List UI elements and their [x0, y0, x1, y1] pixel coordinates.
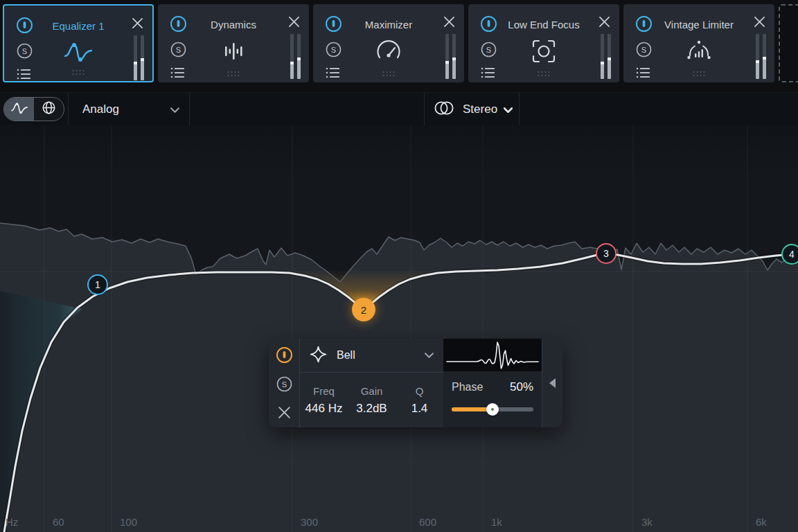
- eq-curve-icon: [10, 100, 28, 119]
- band-edit-panel: S Bell Freq 446 Hz Gain 3.2dB: [269, 339, 562, 427]
- band-solo-button[interactable]: S: [276, 375, 293, 393]
- band-power-button[interactable]: [275, 346, 294, 364]
- axis-tick-label: 6k: [756, 516, 767, 528]
- module-meters: [756, 34, 766, 79]
- power-button[interactable]: [479, 15, 498, 33]
- svg-text:S: S: [176, 46, 181, 54]
- svg-text:S: S: [486, 46, 491, 54]
- drag-handle-dots[interactable]: [228, 71, 240, 76]
- svg-text:S: S: [282, 380, 287, 389]
- view-toggle-pill: [3, 97, 64, 121]
- close-icon[interactable]: [443, 16, 455, 28]
- phase-slider[interactable]: [452, 403, 533, 416]
- preset-value: Analog: [82, 103, 119, 116]
- axis-tick-label: 600: [419, 516, 436, 528]
- axis-tick-label: 3k: [641, 516, 653, 528]
- chevron-down-icon: [425, 353, 434, 358]
- axis-tick-label: 60: [53, 516, 64, 528]
- drag-handle-dots[interactable]: [383, 71, 395, 76]
- eq-node-3[interactable]: 3: [596, 243, 617, 264]
- eq-node-2[interactable]: 2: [352, 298, 375, 321]
- module-meters: [134, 35, 144, 80]
- band-delete-button[interactable]: [278, 406, 291, 419]
- close-icon[interactable]: [288, 16, 300, 28]
- gain-value: 3.2dB: [356, 402, 387, 416]
- solo-button[interactable]: S: [635, 41, 653, 58]
- band-values: Freq 446 Hz Gain 3.2dB Q 1.4: [300, 373, 443, 427]
- stereo-icon: [432, 99, 456, 120]
- eq-spectrum-display[interactable]: 1234 Hz601003006001k3k6k S Bell Freq 446…: [0, 125, 798, 532]
- preset-list-button[interactable]: [17, 68, 32, 80]
- axis-tick-label: 1k: [491, 516, 502, 528]
- filter-shape-value: Bell: [337, 349, 355, 362]
- gain-field[interactable]: Gain 3.2dB: [348, 373, 396, 427]
- solo-button[interactable]: S: [325, 41, 342, 58]
- phase-value: 50%: [510, 380, 533, 394]
- module-card-dynamics[interactable]: S Dynamics: [158, 4, 309, 82]
- preset-list-button[interactable]: [481, 66, 496, 79]
- drag-handle-dots[interactable]: [73, 70, 85, 75]
- toolbar-spacer: [520, 93, 798, 125]
- svg-text:S: S: [331, 46, 336, 54]
- preset-list-button[interactable]: [170, 66, 186, 79]
- module-title: Dynamics: [187, 19, 280, 30]
- module-chain: S Equalizer 1 S Dynamics S Maximizer: [0, 0, 798, 92]
- module-title: Low End Focus: [497, 19, 590, 30]
- filter-shape-dropdown[interactable]: Bell: [300, 339, 443, 373]
- solo-button[interactable]: S: [480, 41, 497, 58]
- gain-label: Gain: [361, 385, 383, 397]
- drag-handle-dots[interactable]: [693, 71, 705, 76]
- view-toggle: [0, 93, 69, 125]
- q-field[interactable]: Q 1.4: [396, 373, 443, 427]
- toolbar-spacer: [190, 93, 425, 125]
- freq-label: Freq: [313, 385, 335, 397]
- preset-list-button[interactable]: [636, 66, 651, 79]
- vintage-limiter-icon: [683, 36, 715, 66]
- chevron-down-icon: [504, 103, 513, 116]
- solo-button[interactable]: S: [16, 42, 33, 60]
- eq-curve-view-button[interactable]: [4, 98, 34, 121]
- panel-collapse-button[interactable]: [542, 339, 562, 427]
- empty-module-slot[interactable]: [779, 4, 798, 82]
- triangle-left-icon: [549, 378, 556, 388]
- freq-value: 446 Hz: [305, 402, 343, 416]
- module-title: Equalizer 1: [33, 20, 123, 32]
- channel-dropdown[interactable]: Stereo: [425, 93, 520, 125]
- svg-text:S: S: [641, 46, 646, 54]
- preset-dropdown[interactable]: Analog: [69, 93, 190, 125]
- phase-slider-knob[interactable]: [486, 403, 499, 416]
- low-end-focus-icon: [528, 36, 560, 66]
- module-meters: [290, 34, 301, 79]
- power-button[interactable]: [169, 15, 188, 33]
- axis-tick-label: 300: [301, 516, 318, 528]
- drag-handle-dots[interactable]: [538, 71, 550, 76]
- maximizer-icon: [373, 36, 405, 66]
- channel-value: Stereo: [463, 103, 497, 116]
- module-card-vintage-limiter[interactable]: S Vintage Limiter: [623, 4, 774, 82]
- module-title: Maximizer: [342, 19, 435, 30]
- chevron-down-icon: [170, 103, 179, 116]
- preset-list-button[interactable]: [326, 66, 341, 79]
- bell-shape-icon: [309, 345, 328, 366]
- module-meters: [445, 34, 456, 79]
- power-button[interactable]: [635, 15, 653, 33]
- q-label: Q: [416, 385, 424, 397]
- svg-text:S: S: [22, 47, 27, 55]
- close-icon[interactable]: [598, 16, 610, 28]
- power-button[interactable]: [324, 15, 343, 33]
- solo-button[interactable]: S: [170, 41, 187, 58]
- q-value: 1.4: [411, 402, 428, 416]
- axis-unit-label: Hz: [6, 516, 18, 528]
- power-button[interactable]: [15, 16, 34, 35]
- eq-node-4[interactable]: 4: [781, 244, 798, 265]
- module-card-equalizer[interactable]: S Equalizer 1: [3, 4, 154, 82]
- spectrum-view-button[interactable]: [34, 98, 64, 121]
- module-title: Vintage Limiter: [653, 19, 745, 30]
- module-card-maximizer[interactable]: S Maximizer: [313, 4, 464, 82]
- close-icon[interactable]: [754, 16, 765, 28]
- eq-node-1[interactable]: 1: [87, 274, 108, 295]
- module-card-low-end-focus[interactable]: S Low End Focus: [468, 4, 619, 82]
- module-meters: [601, 34, 611, 79]
- close-icon[interactable]: [132, 17, 143, 29]
- freq-field[interactable]: Freq 446 Hz: [300, 373, 348, 427]
